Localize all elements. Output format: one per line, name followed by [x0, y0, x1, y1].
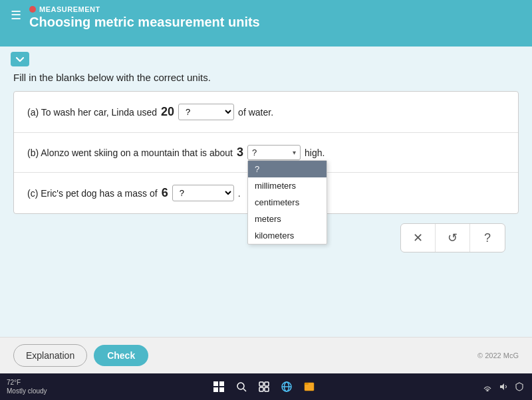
svg-point-4 — [237, 383, 244, 389]
weather-condition: Mostly cloudy — [7, 387, 47, 395]
question-b-prefix: (b) Alonzo went skiing on a mountain tha… — [27, 148, 233, 158]
svg-rect-0 — [213, 381, 218, 386]
top-bar: ☰ MEASUREMENT Choosing metric measuremen… — [0, 0, 532, 47]
explanation-button[interactable]: Explanation — [13, 344, 87, 367]
files-icon[interactable] — [302, 379, 317, 394]
question-a-number: 20 — [161, 105, 174, 119]
svg-rect-2 — [213, 387, 218, 392]
question-a-suffix: of water. — [238, 107, 273, 118]
question-b-suffix: high. — [305, 148, 325, 158]
svg-rect-6 — [259, 382, 263, 386]
question-b-menu: ? millimeters centimeters meters kilomet… — [247, 160, 327, 245]
svg-rect-1 — [219, 381, 224, 386]
chevron-button[interactable] — [11, 52, 29, 66]
copyright-text: © 2022 McG — [477, 351, 519, 359]
dropdown-option-question[interactable]: ? — [248, 161, 327, 177]
dropdown-option-centimeters[interactable]: centimeters — [248, 194, 327, 211]
instruction-text: Fill in the blanks below with the correc… — [0, 72, 532, 91]
weather-temp: 72°F — [7, 378, 47, 387]
action-box: ✕ ↺ ? — [400, 223, 505, 252]
svg-rect-8 — [259, 387, 263, 391]
dropdown-arrow: ▾ — [293, 149, 296, 156]
taskview-icon[interactable] — [257, 379, 271, 394]
volume-icon[interactable] — [497, 381, 509, 393]
search-icon[interactable] — [234, 379, 249, 394]
question-c-select[interactable]: ? grams kilograms milligrams — [172, 185, 234, 201]
undo-button[interactable]: ↺ — [436, 224, 470, 252]
subject-label: MEASUREMENT — [29, 5, 260, 13]
taskbar-center — [53, 379, 476, 394]
question-a-prefix: (a) To wash her car, Linda used — [27, 107, 157, 118]
svg-rect-7 — [265, 382, 269, 386]
browser-icon[interactable] — [279, 379, 294, 394]
svg-rect-3 — [219, 387, 224, 392]
question-row-b: (b) Alonzo went skiing on a mountain tha… — [14, 133, 518, 173]
dropdown-option-kilometers[interactable]: kilometers — [248, 227, 327, 244]
top-bar-content: MEASUREMENT Choosing metric measurement … — [29, 5, 260, 30]
question-c-suffix: . — [238, 188, 241, 199]
taskbar: 72°F Mostly cloudy — [0, 373, 532, 400]
question-b-dropdown[interactable]: ? ▾ ? millimeters centimeters meters kil… — [247, 145, 301, 160]
svg-line-5 — [243, 389, 246, 391]
svg-point-15 — [487, 390, 488, 391]
windows-icon[interactable] — [211, 379, 226, 394]
question-b-number: 3 — [237, 146, 243, 159]
svg-marker-16 — [500, 383, 504, 390]
chevron-row — [0, 47, 532, 72]
question-c-prefix: (c) Eric's pet dog has a mass of — [27, 188, 158, 199]
question-row-a: (a) To wash her car, Linda used 20 ? lit… — [14, 92, 518, 133]
question-a-select[interactable]: ? liters milliliters kiloliters — [178, 104, 234, 120]
question-c-number: 6 — [162, 186, 168, 200]
taskbar-right — [481, 381, 525, 393]
help-button[interactable]: ? — [470, 224, 505, 252]
close-button[interactable]: ✕ — [401, 224, 436, 252]
question-b-trigger[interactable]: ? ▾ — [247, 145, 301, 160]
network-icon[interactable] — [481, 381, 493, 393]
check-button[interactable]: Check — [94, 345, 148, 366]
bottom-bar: Explanation Check © 2022 McG — [0, 337, 532, 373]
svg-rect-9 — [265, 387, 269, 391]
security-icon[interactable] — [513, 381, 525, 393]
question-b-value: ? — [252, 148, 257, 157]
main-content: (a) To wash her car, Linda used 20 ? lit… — [0, 91, 532, 337]
page-title: Choosing metric measurement units — [29, 15, 260, 30]
taskbar-weather: 72°F Mostly cloudy — [7, 378, 47, 395]
circle-icon — [29, 6, 36, 13]
svg-rect-14 — [305, 383, 309, 385]
dropdown-option-meters[interactable]: meters — [248, 211, 327, 227]
question-box: (a) To wash her car, Linda used 20 ? lit… — [13, 91, 519, 214]
dropdown-option-millimeters[interactable]: millimeters — [248, 177, 327, 194]
menu-icon[interactable]: ☰ — [11, 8, 21, 23]
